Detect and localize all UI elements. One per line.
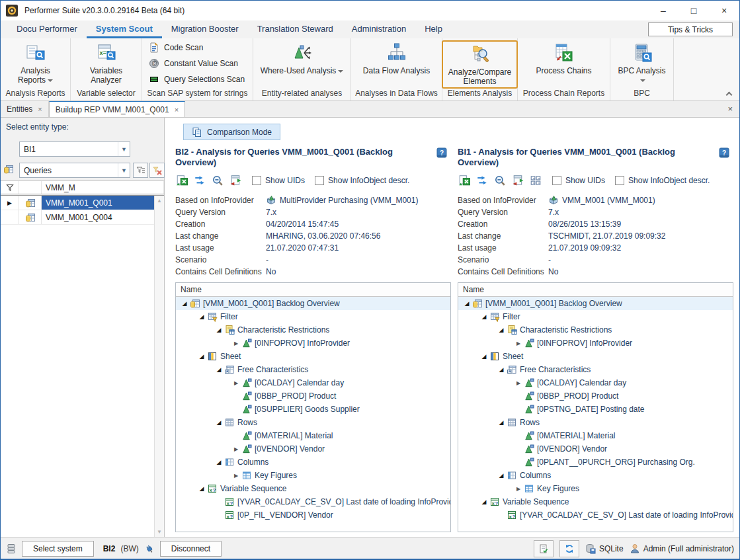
expander-icon[interactable]: ▶ <box>513 340 524 346</box>
tab-entities[interactable]: Entities × <box>1 101 49 117</box>
expander-icon[interactable]: ◢ <box>179 300 190 307</box>
expander-icon[interactable]: ▶ <box>513 486 524 492</box>
zoom-out-button[interactable] <box>493 174 507 187</box>
tree-node[interactable]: ◢Characteristic Restrictions <box>176 323 450 337</box>
tree-node[interactable]: ◢Rows <box>458 416 733 429</box>
variables-analyzer-button[interactable]: x=? Variables Analyzer <box>71 40 142 86</box>
entity-row[interactable]: VMM_M001_Q004 <box>1 210 164 225</box>
tree-node[interactable]: ◢[VMM_M001_Q001] Backlog Overview <box>176 297 450 310</box>
tree-node[interactable]: ◢Sheet <box>176 350 450 363</box>
checkbox-show-infoobject-descr[interactable]: Show InfoObject descr. <box>615 176 710 185</box>
expander-icon[interactable]: ◢ <box>496 327 507 333</box>
clear-filter-button[interactable] <box>149 163 165 178</box>
tree-node[interactable]: [0VENDOR] Vendor <box>458 442 733 456</box>
help-icon[interactable]: ? <box>436 147 447 158</box>
process-chains-button[interactable]: Process Chains <box>530 40 596 77</box>
expander-icon[interactable]: ◢ <box>214 366 224 373</box>
chevron-down-icon[interactable]: ▼ <box>118 163 130 177</box>
query-selections-scan-button[interactable]: Query Selections Scan <box>149 74 246 85</box>
excel-export-button[interactable] <box>458 174 471 187</box>
checkbox-show-uids[interactable]: Show UIDs <box>252 176 305 185</box>
tree-node[interactable]: ◢Free Characteristics <box>176 363 450 376</box>
refresh-button[interactable] <box>559 540 579 557</box>
expander-icon[interactable]: ▶ <box>231 380 241 386</box>
grid-filter-row[interactable]: VMM_M <box>1 181 164 196</box>
entity-row[interactable]: ▶VMM_M001_Q001 <box>1 196 164 210</box>
filter-button[interactable] <box>133 163 148 178</box>
tab-translation-steward[interactable]: Translation Steward <box>248 20 343 38</box>
expander-icon[interactable]: ▶ <box>231 446 241 452</box>
expander-icon[interactable]: ◢ <box>196 313 207 320</box>
tree-node[interactable]: ▶[0INFOPROV] InfoProvider <box>176 337 450 350</box>
expander-icon[interactable]: ◢ <box>496 419 507 426</box>
tree-node[interactable]: [0PSTNG_DATE] Posting date <box>458 403 733 416</box>
tree-node[interactable]: ◢x?Variable Sequence <box>176 482 450 495</box>
disconnect-button[interactable]: Disconnect <box>160 541 222 557</box>
entity-row-label[interactable]: VMM_M001_Q004 <box>42 210 164 224</box>
report-log-button[interactable] <box>534 540 554 557</box>
tab-docu-performer[interactable]: Docu Performer <box>7 20 87 38</box>
tree-node[interactable]: ▶[0CALDAY] Calendar day <box>176 376 450 389</box>
scroll-up-icon[interactable]: ▲ <box>157 198 162 204</box>
checkbox-box[interactable] <box>615 176 624 185</box>
bpc-analysis-button[interactable]: BPC Analysis <box>612 40 671 86</box>
analysis-reports-button[interactable]: Analysis Reports <box>1 40 70 86</box>
tab-close-icon[interactable]: × <box>38 105 42 113</box>
tree-node[interactable]: [0MATERIAL] Material <box>176 429 450 442</box>
expander-icon[interactable]: ◢ <box>496 366 507 373</box>
expander-icon[interactable]: ◢ <box>214 459 224 465</box>
expander-icon[interactable]: ◢ <box>496 472 507 479</box>
linked-grids-button[interactable] <box>529 174 542 187</box>
comparison-mode-button[interactable]: Comparison Mode <box>183 124 280 140</box>
select-system-button[interactable]: Select system <box>22 541 94 557</box>
chevron-down-icon[interactable]: ▼ <box>118 142 130 156</box>
tab-buildup-rep[interactable]: Buildup REP VMM_M001_Q001 × <box>49 101 185 117</box>
tab-close-icon[interactable]: × <box>175 106 179 114</box>
tree-node[interactable]: [0MATERIAL] Material <box>458 429 733 442</box>
tree-node[interactable]: ◢Columns <box>458 469 733 482</box>
tree-node[interactable]: [0BBP_PROD] Product <box>458 389 733 403</box>
tree-node[interactable]: ◢Filter <box>176 310 450 323</box>
tree-node[interactable]: [0PLANT__0PURCH_ORG] Purchasing Org. <box>458 456 733 469</box>
entity-type-dropdown[interactable]: Queries ▼ <box>19 163 130 178</box>
checkbox-show-infoobject-descr[interactable]: Show InfoObject descr. <box>315 176 409 185</box>
grid-filter-input[interactable]: VMM_M <box>42 181 164 194</box>
tree-node[interactable]: ▶[0CALDAY] Calendar day <box>458 376 733 389</box>
tab-help[interactable]: Help <box>415 20 452 38</box>
expander-icon[interactable]: ◢ <box>196 353 207 360</box>
tips-tricks-button[interactable]: Tips & Tricks <box>648 22 733 36</box>
tree-node[interactable]: ◢Sheet <box>458 350 733 363</box>
checkbox-box[interactable] <box>315 176 324 185</box>
checkbox-box[interactable] <box>252 176 261 185</box>
tab-administration[interactable]: Administration <box>343 20 415 38</box>
data-flow-analysis-button[interactable]: Data Flow Analysis <box>358 40 435 77</box>
expander-icon[interactable]: ▶ <box>513 380 524 386</box>
tab-system-scout[interactable]: System Scout <box>87 20 162 38</box>
minimize-button[interactable]: – <box>648 1 678 20</box>
code-scan-button[interactable]: Code Scan <box>149 42 246 53</box>
flow-arrows-button[interactable] <box>475 174 489 187</box>
tree-node[interactable]: ◢Free Characteristics <box>458 363 733 376</box>
tree-node[interactable]: ◢Characteristic Restrictions <box>458 323 733 337</box>
tree-node[interactable]: [0BBP_PROD] Product <box>176 389 450 403</box>
tree-node[interactable]: ◢Columns <box>176 456 450 469</box>
checkbox-box[interactable] <box>552 176 561 185</box>
analyze-compare-elements-button[interactable]: Analyze/Compare Elements <box>442 40 518 89</box>
expander-icon[interactable]: ▶ <box>231 473 241 479</box>
tree-node[interactable]: x?[0P_FIL_VENDOR] Vendor <box>176 508 450 522</box>
checkbox-show-uids[interactable]: Show UIDs <box>552 176 605 185</box>
close-button[interactable]: × <box>709 1 739 20</box>
maximize-button[interactable]: □ <box>678 1 709 20</box>
tree-node[interactable]: ▶[0INFOPROV] InfoProvider <box>458 337 733 350</box>
tree-node[interactable]: ◢Filter <box>458 310 733 323</box>
expander-icon[interactable]: ◢ <box>214 327 224 333</box>
tree-node[interactable]: x?[YVAR_0CALDAY_CE_SV_O] Last date of lo… <box>458 508 733 522</box>
document-close-icon[interactable]: × <box>727 104 733 114</box>
compare-doc-button[interactable] <box>229 174 242 187</box>
system-dropdown[interactable]: BI1 ▼ <box>19 141 130 157</box>
entity-grid-scrollbar[interactable]: ▲ ▼ <box>154 196 164 537</box>
expander-icon[interactable]: ▶ <box>231 340 241 346</box>
ribbon-collapse-chevron-icon[interactable] <box>727 91 733 97</box>
expander-icon[interactable]: ◢ <box>479 313 489 320</box>
tree-node[interactable]: ▶[0VENDOR] Vendor <box>176 442 450 456</box>
